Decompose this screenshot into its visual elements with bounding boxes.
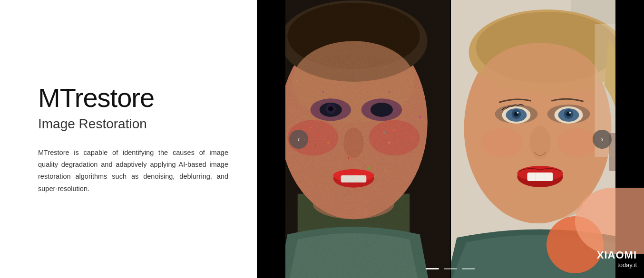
page-container: MTrestore Image Restoration MTrestore is… — [0, 0, 644, 278]
dot-1[interactable] — [426, 268, 439, 269]
next-icon: › — [601, 135, 603, 144]
svg-point-64 — [517, 112, 519, 114]
image-section: ‹ › XIAOMI today.it — [257, 0, 644, 278]
black-bar-left — [257, 0, 285, 278]
before-face-svg — [257, 0, 450, 278]
svg-point-71 — [481, 128, 524, 157]
dot-2[interactable] — [444, 268, 457, 269]
svg-point-79 — [498, 188, 583, 221]
watermark-brand: XIAOMI — [597, 249, 637, 261]
next-button[interactable]: › — [593, 130, 612, 149]
svg-rect-51 — [257, 0, 450, 278]
before-image — [257, 0, 450, 278]
dot-3[interactable] — [462, 268, 475, 269]
description: MTrestore is capable of identifying the … — [38, 147, 228, 195]
divider-line — [450, 0, 451, 278]
subtitle: Image Restoration — [38, 116, 228, 132]
watermark-text: XIAOMI today.it — [597, 249, 642, 268]
main-title: MTrestore — [38, 83, 228, 113]
svg-point-69 — [569, 112, 571, 114]
text-section: MTrestore Image Restoration MTrestore is… — [0, 64, 257, 214]
watermark-site: today.it — [597, 261, 637, 268]
dots-container — [426, 268, 475, 269]
svg-point-70 — [530, 126, 551, 159]
watermark: XIAOMI today.it — [597, 249, 642, 268]
prev-button[interactable]: ‹ — [289, 130, 308, 149]
prev-icon: ‹ — [297, 135, 300, 144]
